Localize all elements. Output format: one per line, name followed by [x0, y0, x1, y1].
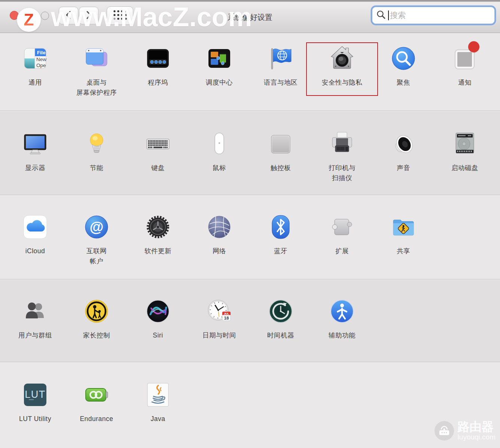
pref-item-printers-scanners[interactable]: 打印机与 扫描仪: [311, 130, 373, 183]
pref-item-endurance[interactable]: Endurance: [66, 381, 127, 424]
pref-item-mission-control[interactable]: 调度中心: [189, 44, 250, 98]
pref-label: 语言与地区: [264, 78, 298, 88]
pref-label: 调度中心: [206, 78, 233, 88]
pref-item-lut-utility[interactable]: LUT LUT Utility: [4, 381, 66, 424]
pref-label: 通知: [458, 78, 472, 88]
zoom-button[interactable]: [41, 12, 49, 20]
pref-item-startup-disk[interactable]: 启动磁盘: [434, 130, 496, 183]
pref-item-notifications[interactable]: 通知: [434, 44, 496, 98]
displays-icon: [21, 130, 49, 158]
pref-item-energy-saver[interactable]: 节能: [66, 130, 127, 183]
missioncontrol-icon: [205, 44, 234, 73]
bluetooth-icon: [266, 213, 295, 241]
trackpad-icon: [266, 130, 295, 158]
pref-label: 程序坞: [148, 78, 168, 88]
pref-label: LUT Utility: [19, 414, 51, 424]
pref-item-keyboard[interactable]: 键盘: [127, 130, 189, 183]
pref-label: 网络: [213, 246, 226, 256]
window-title: 系统偏好设置: [228, 12, 272, 22]
pref-item-desktop-screensaver[interactable]: 桌面与 屏幕保护程序: [66, 44, 127, 98]
pref-item-software-update[interactable]: 软件更新: [127, 213, 189, 266]
network-icon: [205, 213, 234, 241]
java-icon: [144, 381, 172, 409]
pref-label: 互联网 帐户: [86, 246, 107, 266]
pref-item-language-region[interactable]: 语言与地区: [250, 44, 311, 98]
pref-label: 辅助功能: [329, 330, 356, 340]
endurance-icon: [82, 381, 111, 409]
pref-label: 声音: [397, 163, 410, 173]
pref-label: 聚焦: [397, 78, 410, 88]
mouse-icon: [205, 130, 234, 158]
accessibility-icon: [328, 297, 356, 326]
pref-label: 蓝牙: [274, 246, 287, 256]
pref-item-sound[interactable]: 声音: [373, 130, 434, 183]
pref-label: 扩展: [335, 246, 349, 256]
forward-button[interactable]: [79, 7, 98, 24]
pref-item-time-machine[interactable]: 时间机器: [250, 297, 311, 340]
softwareupdate-icon: [144, 213, 172, 241]
pref-label: Endurance: [80, 414, 113, 424]
pref-item-icloud[interactable]: iCloud: [4, 213, 66, 266]
startupdisk-icon: [451, 130, 479, 158]
prefs-row-2: 显示器 节能 键盘 鼠标 触控板 打印机与 扫描仪 声音 启动磁盘: [0, 111, 500, 195]
close-button[interactable]: [10, 11, 19, 20]
keyboard-icon: [144, 130, 172, 158]
pref-label: 鼠标: [213, 163, 226, 173]
pref-item-mouse[interactable]: 鼠标: [189, 130, 250, 183]
search-input[interactable]: 搜索: [372, 7, 495, 24]
sharing-icon: [389, 213, 418, 241]
pref-item-date-time[interactable]: JUL 18日期与时间: [189, 297, 250, 340]
search-placeholder: 搜索: [390, 10, 406, 21]
pref-label: 用户与群组: [18, 330, 52, 340]
svg-text:New: New: [36, 57, 46, 62]
pref-label: 安全性与隐私: [322, 78, 362, 88]
desktop-icon: [82, 44, 111, 73]
printer-icon: [328, 130, 356, 158]
pref-label: iCloud: [25, 246, 45, 256]
pref-label: 显示器: [25, 163, 45, 173]
pref-item-internet-accounts[interactable]: @互联网 帐户: [66, 213, 127, 266]
pref-item-general[interactable]: File New Ope通用: [4, 44, 66, 98]
pref-item-bluetooth[interactable]: 蓝牙: [250, 213, 311, 266]
datetime-icon: JUL 18: [205, 297, 234, 326]
notifications-icon: [451, 44, 479, 73]
pref-item-parental-controls[interactable]: 家长控制: [66, 297, 127, 340]
show-all-button[interactable]: [107, 6, 133, 25]
internet-icon: @: [82, 213, 111, 241]
general-icon: File New Ope: [21, 44, 49, 73]
spotlight-icon: [389, 44, 418, 73]
pref-item-network[interactable]: 网络: [189, 213, 250, 266]
svg-text:File: File: [37, 50, 45, 55]
pref-item-java[interactable]: Java: [127, 381, 189, 424]
pref-item-trackpad[interactable]: 触控板: [250, 130, 311, 183]
chevron-left-icon: [65, 10, 72, 21]
svg-text:Ope: Ope: [36, 63, 46, 68]
language-icon: [266, 44, 295, 73]
pref-label: Siri: [153, 330, 163, 340]
pref-item-security-privacy[interactable]: 安全性与隐私: [311, 44, 373, 98]
pref-item-displays[interactable]: 显示器: [4, 130, 66, 183]
lut-icon: LUT: [21, 381, 49, 409]
energy-icon: [82, 130, 111, 158]
pref-item-spotlight[interactable]: 聚焦: [373, 44, 434, 98]
pref-item-extensions[interactable]: 扩展: [311, 213, 373, 266]
pref-item-users-groups[interactable]: 用户与群组: [4, 297, 66, 340]
parental-icon: [82, 297, 111, 326]
back-button[interactable]: [59, 7, 78, 24]
svg-text:JUL: JUL: [224, 312, 229, 315]
pref-label: 节能: [90, 163, 103, 173]
pref-label: 触控板: [271, 163, 291, 173]
sound-icon: [389, 130, 418, 158]
users-icon: [21, 297, 49, 326]
pref-label: 桌面与 屏幕保护程序: [76, 78, 117, 98]
pref-label: 键盘: [151, 163, 165, 173]
pref-item-dock[interactable]: 程序坞: [127, 44, 189, 98]
prefs-row-4: 用户与群组 家长控制 Siri JUL 18日期与时间 时间机器 辅助功能: [0, 279, 500, 362]
siri-icon: [144, 297, 172, 326]
pref-item-accessibility[interactable]: 辅助功能: [311, 297, 373, 340]
svg-text:@: @: [89, 219, 103, 235]
pref-item-siri[interactable]: Siri: [127, 297, 189, 340]
pref-item-sharing[interactable]: 共享: [373, 213, 434, 266]
pref-label: 家长控制: [83, 330, 110, 340]
svg-text:18: 18: [224, 316, 229, 320]
